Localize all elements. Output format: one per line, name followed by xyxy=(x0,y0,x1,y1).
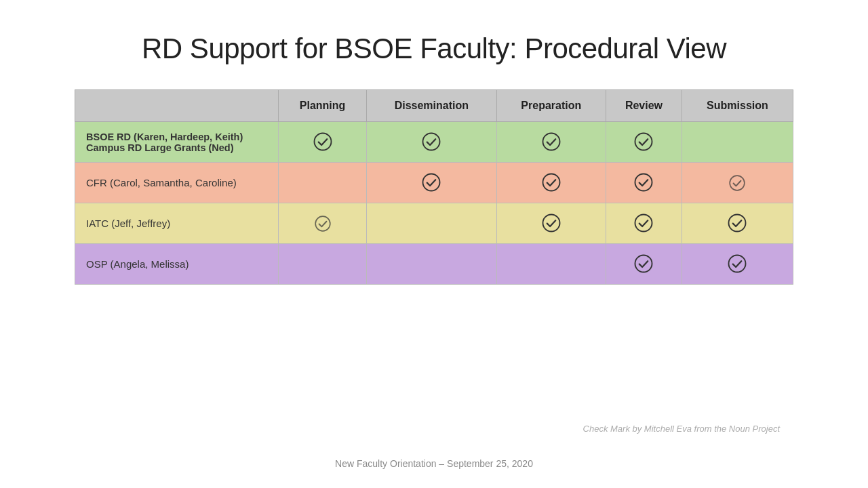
check-cell xyxy=(682,122,793,163)
svg-point-3 xyxy=(635,134,652,150)
check-cell xyxy=(606,244,682,285)
checkmark-icon xyxy=(632,211,655,235)
col-header-planning: Planning xyxy=(279,90,367,122)
checkmark-icon xyxy=(632,252,655,275)
svg-point-4 xyxy=(423,174,440,191)
checkmark-icon xyxy=(540,130,563,153)
svg-point-6 xyxy=(635,174,652,191)
table-row: CFR (Carol, Samantha, Caroline) xyxy=(75,163,793,203)
check-cell xyxy=(367,122,497,163)
svg-point-7 xyxy=(730,176,745,190)
table-wrapper: Planning Dissemination Preparation Revie… xyxy=(75,89,793,285)
col-header-submission: Submission xyxy=(682,90,793,122)
footer-label: New Faculty Orientation – September 25, … xyxy=(335,458,533,469)
table-row: BSOE RD (Karen, Hardeep, Keith)Campus RD… xyxy=(75,122,793,163)
table-header-row: Planning Dissemination Preparation Revie… xyxy=(75,90,793,122)
col-header-review: Review xyxy=(606,90,682,122)
check-cell xyxy=(367,244,497,285)
check-cell xyxy=(496,203,606,244)
svg-point-0 xyxy=(314,134,331,150)
check-cell xyxy=(367,163,497,203)
checkmark-icon xyxy=(540,171,563,194)
check-cell xyxy=(606,163,682,203)
checkmark-icon xyxy=(311,130,334,153)
checkmark-icon xyxy=(632,130,655,153)
svg-point-11 xyxy=(729,215,746,232)
col-header-preparation: Preparation xyxy=(496,90,606,122)
check-cell xyxy=(496,244,606,285)
row-label: IATC (Jeff, Jeffrey) xyxy=(75,203,279,244)
col-header-name xyxy=(75,90,279,122)
svg-point-9 xyxy=(542,215,559,232)
row-label: OSP (Angela, Melissa) xyxy=(75,244,279,285)
check-cell xyxy=(367,203,497,244)
check-cell xyxy=(279,122,367,163)
row-label: CFR (Carol, Samantha, Caroline) xyxy=(75,163,279,203)
svg-point-13 xyxy=(729,256,746,272)
check-cell xyxy=(279,244,367,285)
check-cell xyxy=(606,203,682,244)
row-label: BSOE RD (Karen, Hardeep, Keith)Campus RD… xyxy=(75,122,279,163)
check-cell xyxy=(496,122,606,163)
check-cell xyxy=(682,163,793,203)
svg-point-8 xyxy=(315,216,330,231)
check-cell xyxy=(606,122,682,163)
main-table: Planning Dissemination Preparation Revie… xyxy=(75,89,793,285)
svg-point-10 xyxy=(635,215,652,232)
svg-point-5 xyxy=(542,174,559,191)
check-cell xyxy=(279,163,367,203)
checkmark-icon xyxy=(632,171,655,194)
table-row: OSP (Angela, Melissa) xyxy=(75,244,793,285)
check-cell xyxy=(682,244,793,285)
checkmark-icon xyxy=(420,130,443,153)
page-title: RD Support for BSOE Faculty: Procedural … xyxy=(142,33,726,65)
checkmark-icon xyxy=(726,211,749,235)
checkmark-icon xyxy=(726,171,749,195)
svg-point-2 xyxy=(542,134,559,150)
check-cell xyxy=(682,203,793,244)
attribution-text: Check Mark by Mitchell Eva from the Noun… xyxy=(583,424,780,434)
checkmark-icon xyxy=(726,252,749,275)
svg-point-12 xyxy=(635,256,652,272)
table-row: IATC (Jeff, Jeffrey) xyxy=(75,203,793,244)
col-header-dissemination: Dissemination xyxy=(367,90,497,122)
checkmark-icon xyxy=(311,212,334,235)
svg-point-1 xyxy=(423,134,440,150)
check-cell xyxy=(496,163,606,203)
checkmark-icon xyxy=(420,171,443,194)
check-cell xyxy=(279,203,367,244)
checkmark-icon xyxy=(540,211,563,235)
